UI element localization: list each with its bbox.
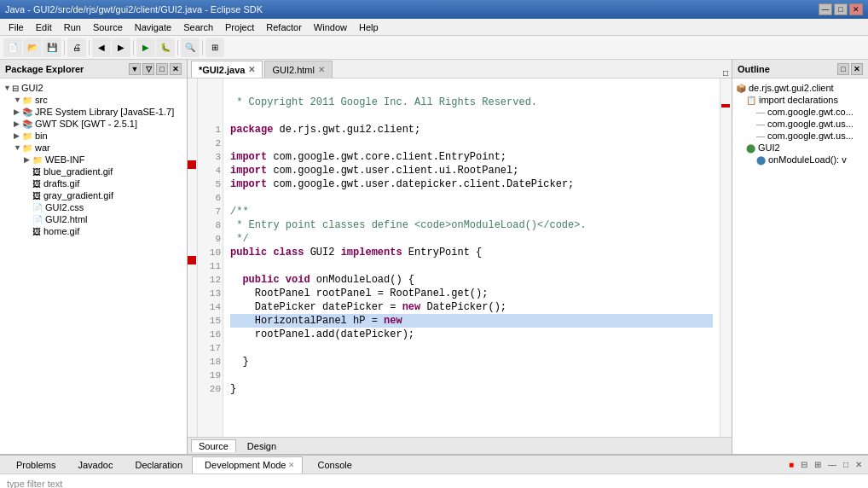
run-button[interactable]: ▶ xyxy=(136,38,155,57)
tree-icon-gray-gif: 🖼 xyxy=(32,191,41,200)
outline-item-1[interactable]: 📋import declarations xyxy=(734,94,866,106)
pe-item-web-inf[interactable]: ▶📁WEB-INF xyxy=(2,154,185,166)
pe-item-gui2[interactable]: ▼⊟GUI2 xyxy=(2,82,185,94)
debug-button[interactable]: 🐛 xyxy=(156,38,175,57)
code-line-22: } xyxy=(230,382,713,396)
outline-label-5: GUI2 xyxy=(758,142,780,153)
warning-marker-2 xyxy=(188,256,196,264)
code-editor: 1234567891011121314151617181920 * Copyri… xyxy=(188,78,732,437)
tab-gui2-html-label: GUI2.html xyxy=(272,65,315,75)
pe-item-jre[interactable]: ▶📚JRE System Library [JavaSE-1.7] xyxy=(2,106,185,118)
code-line-15: RootPanel rootPanel = RootPanel.get(); xyxy=(230,287,713,300)
tree-arrow-bin[interactable]: ▶ xyxy=(14,131,22,140)
tree-arrow-war[interactable]: ▼ xyxy=(14,143,22,152)
pe-close-button[interactable]: ✕ xyxy=(170,63,182,75)
menu-item-window[interactable]: Window xyxy=(309,21,352,33)
minimize-button[interactable]: — xyxy=(819,3,832,15)
pe-item-home-gif[interactable]: 🖼home.gif xyxy=(2,225,185,237)
outline-item-4[interactable]: —com.google.gwt.us... xyxy=(734,130,866,142)
bp-btn2[interactable]: ⊞ xyxy=(812,459,824,470)
search-button[interactable]: 🔍 xyxy=(181,38,200,57)
bottom-tab-label-0: Problems xyxy=(16,460,55,470)
tree-arrow-web-inf[interactable]: ▶ xyxy=(24,155,32,164)
toolbar-separator-4 xyxy=(177,40,178,55)
code-content[interactable]: * Copyright 2011 Google Inc. All Rights … xyxy=(223,78,720,437)
pe-item-bin[interactable]: ▶📁bin xyxy=(2,130,185,142)
close-button[interactable]: ✕ xyxy=(849,3,863,15)
toolbar-separator-5 xyxy=(202,40,203,55)
bp-close[interactable]: ✕ xyxy=(853,459,865,470)
back-button[interactable]: ◀ xyxy=(92,38,111,57)
tree-label-gray-gif: gray_gradient.gif xyxy=(43,190,113,200)
tree-label-home-gif: home.gif xyxy=(43,226,79,236)
pe-title: Package Explorer xyxy=(5,64,84,74)
menu-item-navigate[interactable]: Navigate xyxy=(130,21,176,33)
tree-label-src: src xyxy=(35,95,48,105)
outline-close-button[interactable]: ✕ xyxy=(851,63,863,75)
pe-item-war[interactable]: ▼📁war xyxy=(2,142,185,154)
pe-menu-button[interactable]: ▽ xyxy=(142,63,154,75)
menu-item-run[interactable]: Run xyxy=(59,21,86,33)
tree-arrow-gui2[interactable]: ▼ xyxy=(3,84,12,92)
tree-icon-src: 📁 xyxy=(22,96,32,105)
tree-arrow-jre[interactable]: ▶ xyxy=(14,107,22,116)
bottom-panel-tab-declaration[interactable]: Declaration xyxy=(122,456,190,473)
menu-item-source[interactable]: Source xyxy=(88,21,128,33)
bottom-panel-tab-problems[interactable]: Problems xyxy=(3,456,63,473)
tab-gui2-java-close[interactable]: ✕ xyxy=(248,65,255,74)
menu-item-edit[interactable]: Edit xyxy=(31,21,57,33)
pe-collapse-button[interactable]: ▼ xyxy=(129,63,141,75)
bottom-tab-close-3[interactable]: ✕ xyxy=(288,461,295,469)
pe-item-gwt-sdk[interactable]: ▶📚GWT SDK [GWT - 2.5.1] xyxy=(2,118,185,130)
perspective-button[interactable]: ⊞ xyxy=(205,38,224,57)
bp-stop-button[interactable]: ■ xyxy=(786,459,796,470)
pe-maximize-button[interactable]: □ xyxy=(156,63,168,75)
tab-gui2-html-close[interactable]: ✕ xyxy=(318,65,325,74)
pe-item-gray-gif[interactable]: 🖼gray_gradient.gif xyxy=(2,189,185,201)
outline-icon-2: — xyxy=(756,107,765,117)
bp-maximize[interactable]: □ xyxy=(841,459,851,470)
outline-item-0[interactable]: 📦de.rjs.gwt.gui2.client xyxy=(734,82,866,94)
editor-maximize-button[interactable]: □ xyxy=(723,68,728,78)
outline-maximize-button[interactable]: □ xyxy=(837,63,849,75)
pe-item-drafts-gif[interactable]: 🖼drafts.gif xyxy=(2,177,185,189)
save-button[interactable]: 💾 xyxy=(43,38,61,57)
menu-item-refactor[interactable]: Refactor xyxy=(261,21,307,33)
bottom-panel-tab-javadoc[interactable]: Javadoc xyxy=(65,456,120,473)
code-line-6: import com.google.gwt.user.client.ui.Roo… xyxy=(230,164,713,177)
outline-item-3[interactable]: —com.google.gwt.us... xyxy=(734,118,866,130)
bottom-panel-tab-development-mode[interactable]: Development Mode ✕ xyxy=(192,456,303,473)
outline-item-6[interactable]: ⬤onModuleLoad(): v xyxy=(734,154,866,166)
design-tab[interactable]: Design xyxy=(240,439,284,453)
outline-item-2[interactable]: —com.google.gwt.co... xyxy=(734,106,866,118)
new-button[interactable]: 📄 xyxy=(3,38,22,57)
pe-item-gui2html[interactable]: 📄GUI2.html xyxy=(2,213,185,225)
outline-icon-5: ⬤ xyxy=(746,143,755,153)
menu-item-project[interactable]: Project xyxy=(220,21,259,33)
package-explorer: Package Explorer ▼ ▽ □ ✕ ▼⊟GUI2▼📁src▶📚JR… xyxy=(0,60,188,454)
pe-item-src[interactable]: ▼📁src xyxy=(2,94,185,106)
pe-item-blue-gif[interactable]: 🖼blue_gradient.gif xyxy=(2,166,185,177)
menu-item-search[interactable]: Search xyxy=(178,21,218,33)
print-button[interactable]: 🖨 xyxy=(67,38,86,57)
outline-item-5[interactable]: ⬤GUI2 xyxy=(734,142,866,154)
tab-gui2-html[interactable]: GUI2.html ✕ xyxy=(264,61,333,78)
filter-text-line: type filter text xyxy=(7,478,861,488)
menu-item-help[interactable]: Help xyxy=(354,21,384,33)
forward-button[interactable]: ▶ xyxy=(112,38,130,57)
bottom-panel-tab-console[interactable]: Console xyxy=(304,456,359,473)
pe-item-gui2css[interactable]: 📄GUI2.css xyxy=(2,201,185,213)
maximize-button[interactable]: □ xyxy=(834,3,848,15)
toolbar-separator-1 xyxy=(64,40,65,55)
tab-gui2-java[interactable]: *GUI2.java ✕ xyxy=(191,61,263,78)
code-line-10: * Entry point classes define <code>onMod… xyxy=(230,218,713,232)
code-line-2 xyxy=(230,109,713,123)
code-line-5: import com.google.gwt.core.client.EntryP… xyxy=(230,150,713,164)
open-button[interactable]: 📂 xyxy=(23,38,42,57)
menu-item-file[interactable]: File xyxy=(3,21,29,33)
tree-arrow-gwt-sdk[interactable]: ▶ xyxy=(14,119,22,128)
source-tab[interactable]: Source xyxy=(191,439,236,452)
bp-minimize[interactable]: — xyxy=(825,459,839,470)
tree-arrow-src[interactable]: ▼ xyxy=(14,96,22,104)
bp-btn1[interactable]: ⊟ xyxy=(798,459,810,470)
